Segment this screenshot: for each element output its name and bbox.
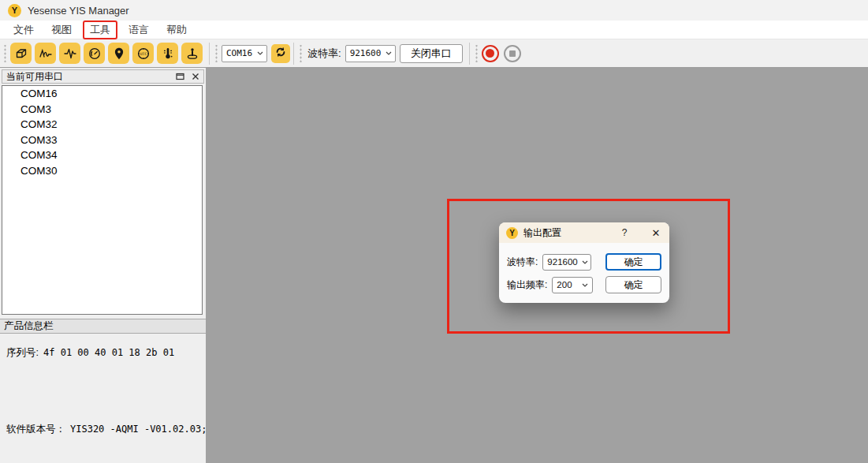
firmware-version-value: YIS320 -AQMI -V01.02.03;	[70, 424, 207, 435]
available-ports-title: 当前可用串口	[6, 70, 63, 84]
dialog-body: 波特率: 921600 确定 输出频率: 200 确定	[499, 243, 669, 293]
cube-3d-icon	[14, 47, 28, 61]
title-bar: Y Yesense YIS Manager	[0, 0, 868, 21]
dialog-rate-label: 输出频率:	[507, 278, 547, 292]
toolbar: UTC COM16 波特率: 921600 关闭串口	[0, 39, 868, 68]
output-rate-row: 输出频率: 200 确定	[507, 276, 661, 293]
refresh-ports-button[interactable]	[271, 44, 290, 63]
tool-raw-wave-button[interactable]	[59, 43, 80, 64]
tool-attitude-wave-button[interactable]	[35, 43, 56, 64]
app-logo-icon: Y	[8, 4, 21, 17]
firmware-version-label: 软件版本号：	[6, 423, 65, 436]
output-config-dialog: Y 输出配置 ? ✕ 波特率: 921600 确定	[499, 222, 669, 303]
app-window: Y Yesense YIS Manager 文件 视图 工具 语言 帮助 UTC	[0, 0, 868, 463]
refresh-icon	[274, 46, 287, 61]
serial-number-line: 序列号: 4f 01 00 40 01 18 2b 01	[6, 346, 199, 360]
main-work-area: Y 输出配置 ? ✕ 波特率: 921600 确定	[206, 68, 868, 463]
baud-rate-row: 波特率: 921600 确定	[507, 253, 661, 271]
baud-confirm-button[interactable]: 确定	[605, 253, 661, 271]
dialog-help-button[interactable]: ?	[617, 226, 631, 240]
record-button[interactable]	[482, 45, 499, 62]
gauge-icon	[88, 47, 102, 61]
tool-location-button[interactable]	[108, 43, 129, 64]
dialog-baud-label: 波特率:	[507, 256, 538, 269]
baud-select[interactable]: 921600	[345, 45, 396, 62]
menu-help[interactable]: 帮助	[160, 21, 193, 39]
dialog-baud-select[interactable]: 921600	[542, 254, 591, 271]
serial-number-label: 序列号:	[6, 346, 39, 360]
dialog-rate-select[interactable]: 200	[552, 277, 593, 293]
rate-confirm-button[interactable]: 确定	[605, 276, 661, 293]
toolbar-separator	[293, 43, 294, 65]
utc-clock-icon: UTC	[136, 47, 151, 61]
tool-level-button[interactable]	[181, 43, 203, 64]
port-list: COM16 COM3 COM32 COM33 COM34 COM30	[2, 85, 203, 315]
stop-icon	[509, 50, 516, 57]
product-info-title: 产品信息栏	[4, 319, 54, 333]
app-title: Yesense YIS Manager	[28, 5, 129, 17]
menu-language[interactable]: 语言	[122, 21, 155, 39]
thermometer-icon	[161, 47, 175, 61]
port-list-item[interactable]: COM3	[2, 102, 202, 118]
chevron-down-icon	[381, 51, 392, 55]
port-list-item[interactable]: COM16	[2, 86, 202, 102]
chevron-down-icon	[252, 51, 263, 55]
tool-gauge-button[interactable]	[84, 43, 105, 64]
port-list-item[interactable]: COM30	[2, 163, 202, 179]
port-list-item[interactable]: COM32	[2, 117, 202, 133]
chevron-down-icon	[578, 260, 588, 264]
toolbar-grip[interactable]	[475, 45, 479, 62]
port-select-value: COM16	[226, 48, 252, 58]
menu-tools[interactable]: 工具	[83, 21, 117, 39]
menu-bar: 文件 视图 工具 语言 帮助	[0, 21, 868, 39]
dialog-title: 输出配置	[523, 226, 561, 240]
serial-number-value: 4f 01 00 40 01 18 2b 01	[43, 347, 174, 358]
dialog-baud-value: 921600	[547, 257, 577, 267]
left-dock-panel: 当前可用串口 COM16 COM3 COM32 COM33 COM34 COM3…	[0, 68, 206, 463]
port-list-item[interactable]: COM33	[2, 133, 202, 148]
port-select[interactable]: COM16	[222, 45, 267, 62]
pulse-waveform-icon	[63, 47, 77, 61]
toolbar-grip[interactable]	[3, 45, 7, 62]
baud-select-value: 921600	[350, 48, 382, 58]
menu-view[interactable]: 视图	[45, 21, 78, 39]
stop-button[interactable]	[504, 45, 521, 62]
level-pin-icon	[185, 47, 199, 61]
svg-text:UTC: UTC	[140, 51, 147, 55]
angle-waveform-icon	[39, 47, 53, 61]
chevron-down-icon	[578, 283, 588, 287]
firmware-version-line: 软件版本号： YIS320 -AQMI -V01.02.03;	[6, 423, 199, 436]
toolbar-separator	[469, 43, 470, 65]
tool-thermometer-button[interactable]	[157, 43, 178, 64]
float-window-icon	[176, 71, 184, 83]
dock-close-button[interactable]	[189, 71, 201, 82]
dialog-rate-value: 200	[557, 280, 572, 289]
dialog-close-button[interactable]: ✕	[649, 226, 663, 240]
available-ports-header: 当前可用串口	[2, 69, 204, 84]
product-info-body: 序列号: 4f 01 00 40 01 18 2b 01 软件版本号： YIS3…	[0, 334, 206, 463]
record-icon	[486, 49, 494, 58]
dialog-logo-icon: Y	[506, 227, 518, 239]
menu-file[interactable]: 文件	[7, 21, 40, 39]
toolbar-grip[interactable]	[214, 45, 218, 62]
product-info-header: 产品信息栏	[0, 319, 206, 334]
baud-rate-label: 波特率:	[307, 47, 341, 61]
tool-3d-view-button[interactable]	[10, 43, 32, 64]
close-icon	[192, 71, 199, 83]
close-serial-port-button[interactable]: 关闭串口	[400, 44, 463, 63]
toolbar-grip[interactable]	[299, 45, 303, 62]
dock-float-button[interactable]	[174, 71, 186, 82]
tool-utc-clock-button[interactable]: UTC	[132, 43, 154, 64]
port-list-item[interactable]: COM34	[2, 147, 202, 163]
toolbar-separator	[209, 43, 210, 65]
dialog-title-bar[interactable]: Y 输出配置 ? ✕	[499, 222, 669, 243]
location-pin-icon	[112, 47, 126, 61]
